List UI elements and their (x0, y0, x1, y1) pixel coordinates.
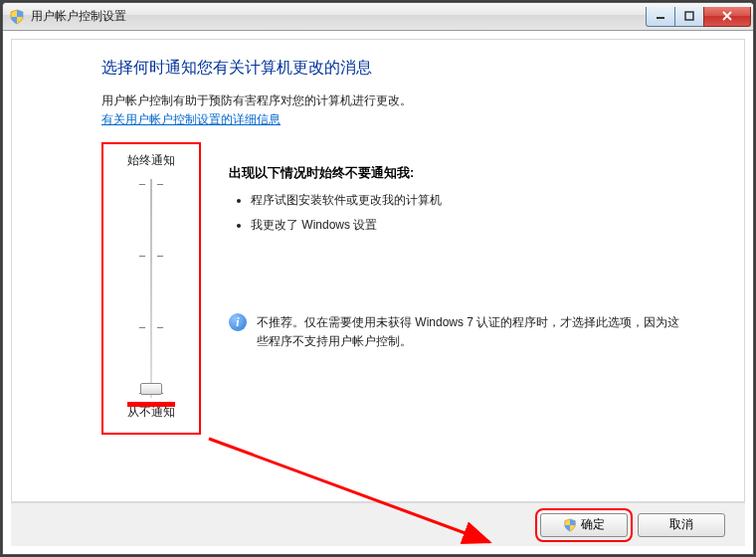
slider-tick-2: –– (139, 322, 163, 330)
uac-settings-window: 用户帐户控制设置 选择何时通知您有关计算机更改的消息 用户帐户控制有助于预防有害… (2, 2, 754, 555)
selection-title: 出现以下情况时始终不要通知我: (229, 164, 684, 182)
list-item: 程序试图安装软件或更改我的计算机 (251, 192, 684, 209)
slider-thumb[interactable] (140, 383, 162, 395)
ok-button[interactable]: 确定 (540, 513, 628, 537)
body-row: 始终通知 –– –– –– –– 从不通知 出现以下情况时始终不要通知我: (101, 142, 684, 435)
titlebar[interactable]: 用户帐户控制设置 (3, 3, 753, 31)
cancel-button-label: 取消 (669, 516, 693, 533)
dialog-footer: 确定 取消 (11, 502, 745, 546)
slider-tick-1: –– (139, 251, 163, 259)
close-button[interactable] (703, 7, 751, 27)
info-icon: i (229, 313, 247, 331)
annotation-underline (127, 402, 175, 407)
ok-button-label: 确定 (581, 516, 605, 533)
svg-rect-0 (657, 17, 664, 19)
client-area: 选择何时通知您有关计算机更改的消息 用户帐户控制有助于预防有害程序对您的计算机进… (3, 31, 753, 554)
uac-slider[interactable]: –– –– –– –– (103, 179, 199, 398)
slider-tick-0: –– (139, 179, 163, 187)
slider-top-label: 始终通知 (103, 152, 199, 169)
svg-rect-1 (685, 12, 693, 20)
page-description: 用户帐户控制有助于预防有害程序对您的计算机进行更改。 (101, 93, 684, 109)
window-buttons (647, 7, 751, 27)
slider-track (150, 179, 152, 398)
cancel-button[interactable]: 取消 (638, 513, 725, 537)
minimize-button[interactable] (646, 7, 675, 27)
list-item: 我更改了 Windows 设置 (251, 217, 684, 234)
description-panel: 出现以下情况时始终不要通知我: 程序试图安装软件或更改我的计算机 我更改了 Wi… (229, 142, 684, 351)
info-text: 不推荐。仅在需要使用未获得 Windows 7 认证的程序时，才选择此选项，因为… (257, 313, 684, 351)
window-title: 用户帐户控制设置 (31, 8, 647, 25)
page-heading: 选择何时通知您有关计算机更改的消息 (101, 58, 684, 79)
content-panel: 选择何时通知您有关计算机更改的消息 用户帐户控制有助于预防有害程序对您的计算机进… (11, 39, 745, 502)
notification-slider-panel: 始终通知 –– –– –– –– 从不通知 (101, 142, 201, 435)
learn-more-link[interactable]: 有关用户帐户控制设置的详细信息 (101, 111, 281, 128)
uac-shield-icon (563, 518, 577, 532)
uac-shield-icon (9, 9, 25, 25)
maximize-button[interactable] (674, 7, 704, 27)
info-row: i 不推荐。仅在需要使用未获得 Windows 7 认证的程序时，才选择此选项，… (229, 313, 684, 351)
selection-list: 程序试图安装软件或更改我的计算机 我更改了 Windows 设置 (233, 192, 684, 234)
